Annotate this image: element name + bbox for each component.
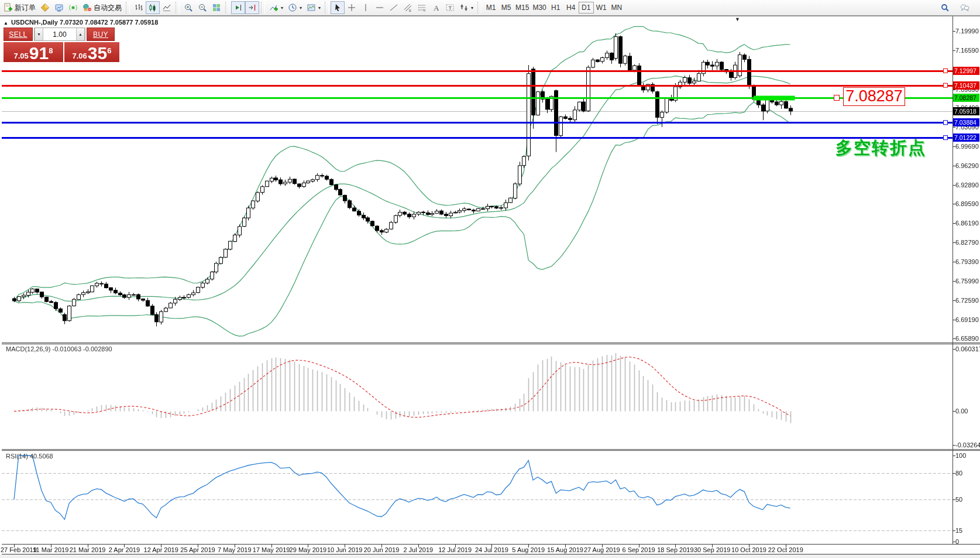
terminal-window: 新订单自动交易▾▾▾EFAT▾M1M5M15M30H1H4D1W1MN ▲USD…	[0, 0, 980, 558]
tile-windows-button[interactable]	[209, 1, 223, 14]
zoom-out-button[interactable]	[195, 1, 209, 14]
volume-decrease-button[interactable]: ▼	[35, 28, 43, 40]
vline-icon	[361, 3, 370, 12]
callout-handle[interactable]	[834, 95, 840, 101]
horizontal-line-tool-button[interactable]	[373, 1, 387, 14]
buy-price-prefix: 7.06	[73, 51, 87, 61]
chinese-note-annotation[interactable]: 多空转折点	[835, 136, 926, 160]
arrows-tool-button[interactable]: ▾	[457, 1, 476, 14]
candlestick-chart-button[interactable]	[146, 1, 160, 14]
rsi-value: 40.5068	[30, 453, 53, 460]
buy-button[interactable]: BUY	[87, 28, 115, 41]
toolbar-group: EFAT▾	[331, 0, 476, 16]
chart-corner-caret-icon[interactable]: ▼	[735, 16, 740, 22]
timeframe-mn-button[interactable]: MN	[609, 2, 624, 13]
timeframe-h1-button[interactable]: H1	[548, 2, 563, 13]
volume-increase-button[interactable]: ▲	[76, 28, 85, 40]
trendline-tool-button[interactable]	[387, 1, 401, 14]
date-label: 24 Jul 2019	[475, 546, 508, 553]
price-tick-label: 6.89590	[955, 200, 980, 207]
indicators-list-button[interactable]: ▾	[267, 1, 286, 14]
timeframe-w1-button[interactable]: W1	[594, 2, 609, 13]
cursor-tool-button[interactable]	[331, 1, 345, 14]
signals-icon	[68, 3, 78, 12]
line-chart-button[interactable]	[160, 1, 174, 14]
textlabel-icon: T	[445, 3, 455, 12]
timeframe-m1-button[interactable]: M1	[483, 2, 498, 13]
toolbar-group	[132, 0, 174, 16]
collapse-trade-panel-icon[interactable]: ▲	[4, 20, 8, 26]
autoscroll-icon	[233, 3, 243, 12]
search-button[interactable]	[938, 1, 952, 14]
vertical-line-tool-button[interactable]	[359, 1, 373, 14]
macd-indicator-label: MACD(12,26,9) -0.010063 -0.002890	[6, 345, 112, 352]
timeframe-h4-button[interactable]: H4	[563, 2, 579, 13]
linechart-icon	[162, 3, 171, 12]
toolbar-separator	[126, 2, 130, 13]
equidistant-channel-tool-button[interactable]: E	[401, 1, 415, 14]
zoom-in-button[interactable]	[181, 1, 195, 14]
chevron-down-icon: ▾	[281, 5, 283, 11]
bars-icon	[134, 3, 143, 12]
search-icon	[940, 3, 950, 12]
macd-name: MACD(12,26,9)	[6, 345, 50, 352]
autotrade-button[interactable]: 自动交易	[80, 1, 124, 14]
timeframe-m30-button[interactable]: M30	[531, 2, 548, 13]
rsi-tick-label: 80	[955, 470, 980, 477]
zoom-out-icon	[198, 3, 207, 12]
sell-price-display[interactable]: 7.05918	[4, 42, 63, 62]
date-label: 27 Feb 2019	[1, 546, 37, 553]
price-tick-label: 6.96290	[955, 162, 980, 169]
new-order-button[interactable]: 新订单	[1, 1, 38, 14]
chart-shift-button[interactable]	[245, 1, 259, 14]
toolbar-separator	[225, 2, 229, 13]
buy-price-display[interactable]: 7.06356	[64, 42, 119, 62]
fibonacci-tool-button[interactable]: F	[415, 1, 429, 14]
templates-button[interactable]: ▾	[304, 1, 323, 14]
rsi-name: RSI(14)	[6, 453, 28, 460]
signals-button[interactable]	[66, 1, 80, 14]
price-tick-label: 6.99690	[955, 143, 980, 150]
rsi-tick-label: 15	[955, 527, 980, 534]
auto-scroll-button[interactable]	[231, 1, 245, 14]
date-label: 21 Mar 2019	[70, 546, 106, 553]
new-order-button-label: 新订单	[15, 3, 36, 13]
channel-icon: E	[403, 3, 412, 12]
bar-chart-button[interactable]	[132, 1, 146, 14]
price-callout-annotation[interactable]: 7.08287	[843, 87, 905, 106]
date-label: 29 May 2019	[290, 546, 327, 553]
price-tick-label: 7.16590	[955, 47, 980, 54]
metaeditor-button[interactable]	[38, 1, 52, 14]
timeframe-m5-button[interactable]: M5	[498, 2, 514, 13]
community-chat-button[interactable]	[958, 1, 972, 14]
text-tool-button[interactable]: A	[429, 1, 443, 14]
virtual-hosting-button[interactable]	[52, 1, 66, 14]
chart-canvas[interactable]	[0, 0, 980, 558]
date-label: 12 Jul 2019	[438, 546, 472, 553]
timeframe-d1-button[interactable]: D1	[579, 2, 594, 13]
crosshair-tool-button[interactable]	[345, 1, 359, 14]
price-tick-label: 6.75990	[955, 278, 980, 285]
date-label: 17 May 2019	[253, 546, 290, 553]
rsi-tick-label: 0	[955, 538, 980, 545]
periods-button[interactable]: ▾	[286, 1, 304, 14]
timeframe-m15-button[interactable]: M15	[514, 2, 531, 13]
price-tick-label: 7.19990	[955, 28, 980, 35]
hosting-icon	[54, 3, 64, 12]
buy-price-sup: 6	[107, 42, 111, 60]
date-label: 11 Mar 2019	[33, 546, 68, 553]
volume-input[interactable]	[43, 28, 76, 40]
text-label-tool-button[interactable]: T	[443, 1, 457, 14]
sell-button[interactable]: SELL	[4, 28, 33, 41]
svg-text:E: E	[409, 9, 411, 12]
price-tick-label: 6.69190	[955, 316, 980, 323]
price-tick-label: 6.92890	[955, 182, 980, 189]
arrows-icon	[459, 3, 469, 12]
date-label: 2 Apr 2019	[109, 546, 140, 553]
indicators-icon	[269, 3, 278, 12]
toolbar-group: 新订单自动交易	[1, 0, 124, 16]
date-label: 6 Sep 2019	[622, 546, 655, 553]
svg-text:T: T	[449, 5, 452, 11]
sell-price-prefix: 7.05	[14, 51, 29, 61]
clock-icon	[288, 3, 297, 12]
